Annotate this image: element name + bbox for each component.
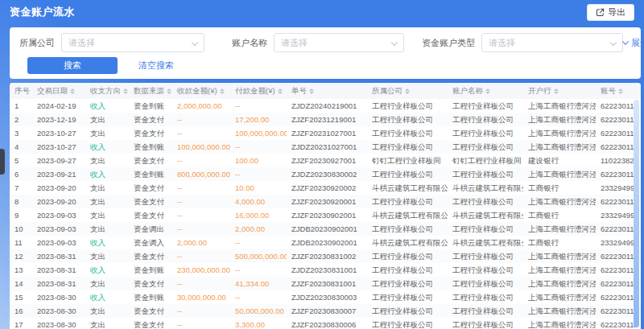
cell-payment: 41,334.00 — [230, 277, 287, 290]
account-name-filter-select[interactable]: 请选择 — [274, 33, 404, 52]
cell-date: 2023-09-27 — [32, 154, 85, 167]
cell-income: -- — [172, 181, 230, 195]
top-bar: 资金账户流水 导出 — [0, 0, 644, 24]
column-header-label: 收支方向 — [90, 86, 121, 97]
table-row[interactable]: 52023-09-27支出资金支付--100.00ZJZF20230927001… — [10, 154, 641, 167]
cell-bank: 上海工商银行漕河泾支行 — [523, 113, 596, 126]
column-header-3[interactable]: 数据来源 — [129, 86, 172, 97]
sort-caret-icon[interactable] — [485, 88, 490, 94]
sort-caret-icon[interactable] — [554, 88, 559, 94]
cell-account-name: 工程行业样板公司 — [448, 304, 523, 318]
column-header-label: 账号 — [601, 86, 616, 97]
cell-doc-no: ZJDZ20230830003 — [287, 290, 367, 304]
sort-caret-icon[interactable] — [123, 88, 128, 94]
company-filter-select[interactable]: 请选择 — [61, 33, 204, 52]
cell-bank: 上海工商银行漕河泾支行 — [523, 249, 596, 263]
column-header-8[interactable]: 账户名称 — [448, 86, 523, 97]
account-name-filter-label: 账户名称 — [232, 37, 267, 49]
account-type-filter-select[interactable]: 请选择 — [481, 33, 623, 52]
column-header-4[interactable]: 收款金额(¥) — [172, 86, 230, 97]
table-row[interactable]: 82023-09-20支出资金支付--4,000.00ZJZF202309200… — [10, 195, 641, 208]
table-row[interactable]: 72023-09-20支出资金支付--10.00ZJZF20230920002斗… — [10, 181, 641, 195]
cell-index: 16 — [10, 304, 32, 318]
expand-filters-link[interactable]: 展开筛选 — [623, 37, 644, 49]
sort-caret-icon[interactable] — [278, 88, 283, 94]
sort-caret-icon[interactable] — [220, 88, 225, 94]
clear-search-button[interactable]: 清空搜索 — [138, 60, 174, 72]
cell-payment: 2,000.00 — [230, 222, 287, 236]
table-row[interactable]: 152023-08-30收入资金到账30,000,000.00--ZJDZ202… — [10, 290, 641, 304]
table-row[interactable]: 142023-08-31支出资金支付--41,334.00ZJZF2023083… — [10, 277, 641, 290]
table-row[interactable]: 132023-08-31收入资金到账230,000,000.00--ZJDZ20… — [10, 263, 641, 277]
cell-income: -- — [172, 126, 230, 140]
cell-source: 资金到账 — [129, 99, 172, 113]
cell-doc-no: ZJZF20230902001 — [287, 208, 367, 222]
cell-doc-no: ZJZF20230831002 — [287, 249, 367, 263]
table-row[interactable]: 42023-10-27收入资金到账100,000,000.00--ZJDZ202… — [10, 140, 641, 154]
table-row[interactable]: 102023-09-03支出资金调出--2,000.00ZJDB20230902… — [10, 222, 641, 236]
cell-company: 斗栱云建筑工程有限公司 — [367, 181, 448, 195]
column-header-label: 数据来源 — [134, 86, 164, 97]
column-header-9[interactable]: 开户行 — [523, 86, 596, 97]
column-header-1[interactable]: 交易日期 — [32, 86, 85, 97]
cell-direction: 支出 — [85, 154, 129, 167]
table-row[interactable]: 112023-09-03收入资金调入2,000.00--ZJDB20230902… — [10, 236, 641, 249]
column-header-label: 账户名称 — [452, 86, 483, 97]
cell-source: 资金支付 — [129, 249, 172, 263]
column-header-label: 开户行 — [528, 86, 551, 97]
cell-company: 斗栱云建筑工程有限公司 — [367, 236, 448, 249]
cell-bank: 工商银行 — [523, 236, 596, 249]
cell-company: 工程行业样板公司 — [367, 126, 448, 140]
cell-income: -- — [172, 304, 230, 318]
cell-doc-no: ZJZF20231027001 — [287, 126, 367, 140]
search-button[interactable]: 搜索 — [27, 57, 118, 74]
sort-caret-icon[interactable] — [405, 88, 410, 94]
table-row[interactable]: 22023-12-19支出资金支付--17,200.00ZJZF20231219… — [10, 113, 641, 126]
cell-payment: 17,200.00 — [230, 113, 287, 126]
table-row[interactable]: 32023-10-27支出资金支付--100,000,000.00ZJZF202… — [10, 126, 641, 140]
sort-caret-icon[interactable] — [167, 88, 171, 94]
cell-doc-no: ZJZF20230920002 — [287, 181, 367, 195]
cell-income: -- — [172, 249, 230, 263]
cell-source: 资金支付 — [129, 181, 172, 195]
column-header-10[interactable]: 账号 — [596, 86, 641, 97]
cell-source: 资金支付 — [129, 304, 172, 318]
sort-caret-icon[interactable] — [618, 88, 623, 94]
cell-payment: 10.00 — [230, 181, 287, 195]
table-row[interactable]: 92023-09-03支出资金支付--16,000.00ZJZF20230902… — [10, 208, 641, 222]
column-header-2[interactable]: 收支方向 — [85, 86, 129, 97]
column-header-5[interactable]: 付款金额(¥) — [230, 86, 287, 97]
cell-payment: 3,300.00 — [230, 318, 287, 329]
side-panel-handle[interactable] — [0, 149, 5, 175]
cell-account-name: 钉钉工程行业样板间 — [448, 154, 523, 167]
cell-payment: 4,000.00 — [230, 195, 287, 208]
column-header-7[interactable]: 所属公司 — [367, 86, 448, 97]
cell-account-name: 斗栱云建筑工程有限公司 — [448, 236, 523, 249]
cell-payment: -- — [230, 236, 287, 249]
table-row[interactable]: 122023-08-31支出资金支付--500,000,000.00ZJZF20… — [10, 249, 641, 263]
cell-source: 资金到账 — [129, 263, 172, 277]
cell-bank: 上海工商银行漕河泾支行 — [523, 167, 596, 181]
cell-income: -- — [172, 208, 230, 222]
table-row[interactable]: 12024-02-19收入资金到账2,000,000.00--ZJDZ20240… — [10, 99, 641, 113]
export-button[interactable]: 导出 — [587, 4, 634, 21]
cell-direction: 支出 — [85, 277, 129, 290]
table-row[interactable]: 162023-08-30支出资金支付--50,000,000.00ZJZF202… — [10, 304, 641, 318]
cell-doc-no: ZJZF20230927001 — [287, 154, 367, 167]
sort-caret-icon[interactable] — [70, 88, 75, 94]
cell-index: 3 — [10, 126, 32, 140]
cell-company: 斗栱云建筑工程有限公司 — [367, 208, 448, 222]
table-row[interactable]: 172023-08-30支出资金支付--3,300.00ZJZF20230830… — [10, 318, 641, 329]
cell-direction: 支出 — [85, 304, 129, 318]
vertical-scrollbar-thumb[interactable] — [634, 100, 639, 327]
sort-caret-icon[interactable] — [309, 88, 314, 94]
cell-direction: 收入 — [85, 263, 129, 277]
cell-account-name: 工程行业样板公司 — [448, 99, 523, 113]
column-header-6[interactable]: 单号 — [287, 86, 367, 97]
cell-doc-no: ZJDZ20230831001 — [287, 263, 367, 277]
cell-payment: 100.00 — [230, 154, 287, 167]
cell-date: 2023-08-30 — [32, 304, 85, 318]
table-row[interactable]: 62023-09-21收入资金到账800,000,000.00--ZJDZ202… — [10, 167, 641, 181]
cell-source: 资金支付 — [129, 208, 172, 222]
cell-payment: -- — [230, 99, 287, 113]
